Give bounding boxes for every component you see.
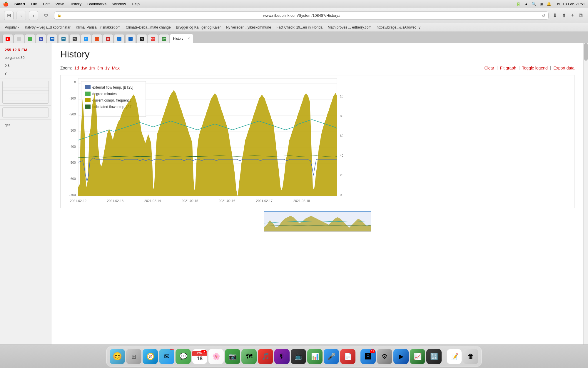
tab-youtube[interactable]: ▶ bbox=[2, 34, 13, 43]
dock-podcasts[interactable]: 🎙 bbox=[274, 349, 290, 364]
dock-textedit[interactable]: 📝 bbox=[447, 349, 462, 364]
tab-W[interactable]: W bbox=[58, 34, 69, 43]
tab-MI[interactable]: MI bbox=[47, 34, 58, 43]
dock-appletv[interactable]: 📺 bbox=[291, 349, 306, 364]
apple-menu[interactable]: 🍎 bbox=[3, 1, 9, 7]
mini-chart-svg[interactable] bbox=[264, 211, 371, 232]
tab-F[interactable]: F bbox=[114, 34, 125, 43]
new-tab-button[interactable]: + bbox=[570, 11, 575, 20]
dock-pages[interactable]: 📄 bbox=[340, 349, 355, 364]
dock-photos[interactable]: 🌸 bbox=[208, 349, 224, 364]
scrollbar-thumb[interactable] bbox=[584, 43, 588, 61]
tab-W2[interactable]: W bbox=[69, 34, 80, 43]
notification-icon[interactable]: 🔔 bbox=[547, 2, 551, 6]
fit-graph-button[interactable]: Fit graph bbox=[500, 66, 516, 70]
tab-CR[interactable]: CR bbox=[148, 34, 158, 43]
sidebar-item-bergtunet[interactable]: bergtunet 30 bbox=[0, 54, 51, 62]
sidebar-section-item[interactable] bbox=[3, 81, 49, 84]
dock-mail[interactable]: ✉ bbox=[159, 349, 174, 364]
bookmark-popular[interactable]: Popular ▾ bbox=[2, 25, 22, 30]
menubar-help[interactable]: Help bbox=[129, 1, 142, 7]
zoom-1y[interactable]: 1y bbox=[105, 66, 110, 70]
dock-facetime[interactable]: 📷 bbox=[225, 349, 240, 364]
tab-N[interactable]: N bbox=[136, 34, 147, 43]
menubar-bookmarks[interactable]: Bookmarks bbox=[85, 1, 109, 7]
sidebar-item-y[interactable]: y bbox=[0, 69, 51, 77]
dock-calendar[interactable]: FEB 18 11 bbox=[192, 349, 207, 364]
menubar-edit[interactable]: Edit bbox=[41, 1, 52, 7]
tab-eq[interactable]: ≡ bbox=[81, 34, 91, 43]
show-tabs-button[interactable]: ⧉ bbox=[578, 11, 584, 20]
tab-history[interactable]: History _ ✕ bbox=[170, 34, 193, 43]
sidebar-item-em[interactable]: 255-12 R EM bbox=[0, 46, 51, 54]
bookmark-brygger[interactable]: Brygger og Ka...ger og Kaier bbox=[174, 25, 223, 30]
zoom-max[interactable]: Max bbox=[112, 66, 120, 70]
dock-trash[interactable]: 🗑 bbox=[463, 349, 478, 364]
export-data-button[interactable]: Export data bbox=[553, 66, 574, 70]
tab-3[interactable] bbox=[25, 34, 35, 43]
sidebar-item-ola[interactable]: ola bbox=[0, 62, 51, 69]
tab-grid[interactable]: ▦ bbox=[103, 34, 113, 43]
dock-appstore[interactable]: 🅰 11 bbox=[360, 349, 376, 364]
menubar-view[interactable]: View bbox=[53, 1, 66, 7]
bookmark-math[interactable]: Math proves ... edberry.com bbox=[325, 25, 374, 30]
bookmark-klima[interactable]: Klima, Parisa...ir snakket om bbox=[74, 25, 123, 30]
menubar-file[interactable]: File bbox=[29, 1, 39, 7]
toggle-legend-button[interactable]: Toggle legend bbox=[522, 66, 548, 70]
sidebar-section-item[interactable] bbox=[3, 94, 49, 97]
zoom-1d[interactable]: 1d bbox=[74, 66, 79, 70]
dock-maps[interactable]: 🗺 bbox=[241, 349, 257, 364]
download-button[interactable]: ⬇ bbox=[552, 11, 558, 20]
sidebar-section-item[interactable] bbox=[3, 91, 49, 94]
tab-close-history[interactable]: ✕ bbox=[188, 37, 190, 40]
dock-systemprefs[interactable]: ⚙ bbox=[377, 349, 392, 364]
sidebar-section-item[interactable] bbox=[3, 111, 49, 114]
sidebar-item-ges[interactable]: ges bbox=[0, 121, 51, 129]
menubar-history[interactable]: History bbox=[67, 1, 83, 7]
bookmark-brage[interactable]: https://brage...&isAllowed=y bbox=[374, 25, 422, 30]
dock-safari[interactable]: 🧭 bbox=[143, 349, 158, 364]
bookmark-climate[interactable]: Climate-Deba...mate change bbox=[123, 25, 173, 30]
dock-finder[interactable]: 😊 bbox=[110, 349, 125, 364]
control-center-icon[interactable]: ⊞ bbox=[540, 2, 543, 6]
dock-numbers[interactable]: 📊 bbox=[307, 349, 323, 364]
sidebar-section-item[interactable] bbox=[3, 114, 49, 117]
back-button[interactable]: ‹ bbox=[16, 11, 26, 20]
sidebar-section-item[interactable] bbox=[3, 87, 49, 91]
menubar-window[interactable]: Window bbox=[110, 1, 128, 7]
tab-IW[interactable]: IW bbox=[159, 34, 169, 43]
zoom-1m[interactable]: 1m bbox=[89, 66, 95, 70]
dock-music[interactable]: 🎵 bbox=[258, 349, 273, 364]
sidebar-section-item[interactable] bbox=[3, 97, 49, 100]
svg-text:60: 60 bbox=[340, 134, 343, 137]
dock-calculator[interactable]: 🔢 bbox=[426, 349, 442, 364]
sidebar-section-item[interactable] bbox=[3, 100, 49, 103]
bookmark-factcheck[interactable]: Fact Check: 19...en in Florida bbox=[274, 25, 325, 30]
main-chart[interactable]: -700 -600 -500 -400 -300 -200 -100 0 0 2… bbox=[61, 75, 343, 208]
share-button[interactable]: ⬆ bbox=[561, 11, 567, 20]
url-bar[interactable]: 🔒 www.nibeuplink.com/System/108487/Histo… bbox=[54, 11, 549, 20]
bookmark-veileder[interactable]: Ny veileder ...ylkeskommune bbox=[224, 25, 273, 30]
tab-P[interactable]: P bbox=[125, 34, 136, 43]
dock-quicktime[interactable]: ▶ bbox=[393, 349, 409, 364]
dock-activitymonitor[interactable]: 📈 bbox=[410, 349, 425, 364]
tab-2[interactable] bbox=[14, 34, 24, 43]
svg-text:current compr. frequency: current compr. frequency bbox=[92, 98, 131, 102]
bookmark-kalvoy[interactable]: Kalvøy – veg i...d koordinatar bbox=[22, 25, 73, 30]
sidebar-section-item[interactable] bbox=[3, 84, 49, 87]
clear-button[interactable]: Clear bbox=[485, 66, 494, 70]
zoom-3m[interactable]: 3m bbox=[97, 66, 103, 70]
mini-chart[interactable] bbox=[264, 211, 371, 232]
menubar-safari[interactable]: Safari bbox=[12, 1, 27, 7]
dock-keynote[interactable]: 🎤 bbox=[324, 349, 339, 364]
tab-E[interactable]: E bbox=[36, 34, 46, 43]
sidebar-toggle-button[interactable]: ⊞ bbox=[4, 11, 14, 20]
forward-button[interactable]: › bbox=[29, 11, 38, 20]
tab-circle[interactable]: ◯ bbox=[92, 34, 102, 43]
dock-launchpad[interactable]: ⊞ bbox=[126, 349, 141, 364]
zoom-1w[interactable]: 1w bbox=[81, 66, 87, 70]
sidebar-section-item[interactable] bbox=[3, 108, 49, 111]
reload-button[interactable]: ↺ bbox=[542, 13, 545, 18]
dock-messages[interactable]: 💬 bbox=[176, 349, 191, 364]
spotlight-icon[interactable]: 🔍 bbox=[532, 2, 536, 6]
